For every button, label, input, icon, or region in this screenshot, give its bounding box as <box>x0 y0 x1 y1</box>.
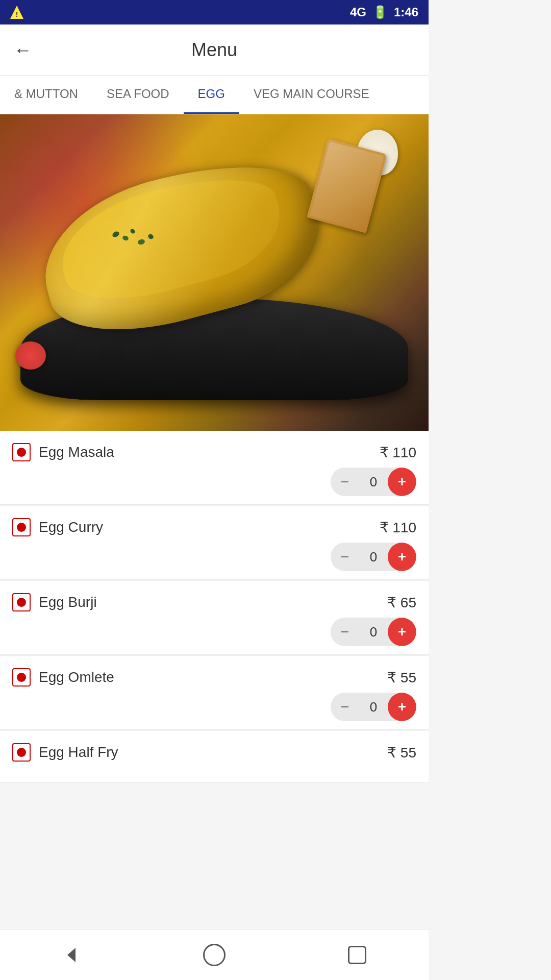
menu-item-left: Egg Burji <box>12 593 97 611</box>
increase-qty-egg-curry[interactable]: + <box>388 543 416 571</box>
tomato-decoration <box>15 341 46 370</box>
bottom-nav <box>0 929 429 980</box>
rupee-symbol: ₹ <box>387 745 396 761</box>
nav-back-icon <box>60 944 83 966</box>
tab-seafood[interactable]: SEA FOOD <box>92 76 184 114</box>
increase-qty-egg-omlete[interactable]: + <box>388 693 416 721</box>
menu-item-footer: − 0 + <box>12 543 416 571</box>
menu-item-footer: − 0 + <box>12 618 416 646</box>
item-name-egg-burji: Egg Burji <box>39 594 97 610</box>
quantity-control-egg-burji: − 0 + <box>331 618 416 646</box>
item-name-egg-curry: Egg Curry <box>39 519 103 535</box>
item-price-egg-half-fry: ₹ 55 <box>387 744 416 761</box>
decrease-qty-egg-burji[interactable]: − <box>331 618 359 646</box>
item-name-egg-masala: Egg Masala <box>39 444 114 460</box>
menu-item-left: Egg Omlete <box>12 668 114 687</box>
nav-home-button[interactable] <box>189 935 240 975</box>
toast-decoration <box>307 138 387 233</box>
svg-marker-0 <box>67 948 76 962</box>
rupee-symbol: ₹ <box>387 670 396 685</box>
item-price-egg-omlete: ₹ 55 <box>387 669 416 686</box>
menu-item-left: Egg Curry <box>12 518 103 536</box>
status-bar: ! 4G 🔋 1:46 <box>0 0 429 24</box>
menu-item-egg-burji: Egg Burji ₹ 65 − 0 + <box>0 581 429 655</box>
veg-indicator <box>12 443 31 461</box>
tabs-container: & MUTTON SEA FOOD EGG VEG MAIN COURSE <box>0 76 429 114</box>
hero-image <box>0 114 429 431</box>
tab-egg[interactable]: EGG <box>184 76 239 114</box>
increase-qty-egg-burji[interactable]: + <box>388 618 416 646</box>
qty-value-egg-curry: 0 <box>359 549 388 565</box>
qty-value-egg-masala: 0 <box>359 474 388 490</box>
quantity-control-egg-omlete: − 0 + <box>331 693 416 721</box>
menu-item-egg-masala: Egg Masala ₹ 110 − 0 + <box>0 431 429 505</box>
header: ← Menu <box>0 24 429 76</box>
decrease-qty-egg-masala[interactable]: − <box>331 468 359 496</box>
rupee-symbol: ₹ <box>380 445 389 460</box>
increase-qty-egg-masala[interactable]: + <box>388 468 416 496</box>
menu-item-footer: − 0 + <box>12 693 416 721</box>
nav-back-button[interactable] <box>46 935 97 975</box>
quantity-control-egg-masala: − 0 + <box>331 468 416 496</box>
veg-dot-icon <box>17 673 26 682</box>
tab-vegmain[interactable]: VEG MAIN COURSE <box>239 76 384 114</box>
veg-indicator <box>12 668 31 687</box>
back-button[interactable]: ← <box>10 37 36 63</box>
page-title: Menu <box>36 39 393 61</box>
item-price-egg-curry: ₹ 110 <box>380 519 417 536</box>
menu-item-egg-curry: Egg Curry ₹ 110 − 0 + <box>0 506 429 580</box>
veg-indicator <box>12 743 31 762</box>
decrease-qty-egg-omlete[interactable]: − <box>331 693 359 721</box>
tab-mutton[interactable]: & MUTTON <box>0 76 92 114</box>
item-name-egg-omlete: Egg Omlete <box>39 669 114 685</box>
veg-dot-icon <box>17 598 26 607</box>
menu-item-left: Egg Half Fry <box>12 743 118 762</box>
item-name-egg-half-fry: Egg Half Fry <box>39 744 118 761</box>
item-price-egg-masala: ₹ 110 <box>380 444 417 461</box>
network-indicator: 4G <box>350 5 366 19</box>
menu-item-footer: − 0 + <box>12 468 416 496</box>
menu-item-header: Egg Half Fry ₹ 55 <box>12 743 416 762</box>
nav-recents-icon <box>348 946 366 964</box>
menu-list: Egg Masala ₹ 110 − 0 + Egg Curry <box>0 431 429 782</box>
veg-dot-icon <box>17 448 26 457</box>
rupee-symbol: ₹ <box>387 595 396 610</box>
qty-value-egg-burji: 0 <box>359 624 388 640</box>
decrease-qty-egg-curry[interactable]: − <box>331 543 359 571</box>
menu-item-egg-half-fry: Egg Half Fry ₹ 55 <box>0 731 429 782</box>
battery-icon: 🔋 <box>372 5 388 19</box>
menu-item-egg-omlete: Egg Omlete ₹ 55 − 0 + <box>0 656 429 730</box>
hero-image-inner <box>0 114 429 431</box>
veg-indicator <box>12 518 31 536</box>
veg-indicator <box>12 593 31 611</box>
status-bar-left: ! <box>10 6 23 19</box>
warning-icon: ! <box>10 6 23 19</box>
item-price-egg-burji: ₹ 65 <box>387 594 416 611</box>
menu-item-left: Egg Masala <box>12 443 114 461</box>
nav-home-icon <box>203 944 226 966</box>
menu-item-header: Egg Burji ₹ 65 <box>12 593 416 611</box>
nav-recents-button[interactable] <box>332 935 383 975</box>
quantity-control-egg-curry: − 0 + <box>331 543 416 571</box>
menu-item-header: Egg Omlete ₹ 55 <box>12 668 416 687</box>
time-display: 1:46 <box>394 5 418 19</box>
menu-item-header: Egg Curry ₹ 110 <box>12 518 416 536</box>
menu-item-header: Egg Masala ₹ 110 <box>12 443 416 461</box>
veg-dot-icon <box>17 748 26 757</box>
veg-dot-icon <box>17 523 26 532</box>
qty-value-egg-omlete: 0 <box>359 699 388 715</box>
rupee-symbol: ₹ <box>380 520 389 535</box>
back-arrow-icon: ← <box>14 39 32 61</box>
status-bar-right: 4G 🔋 1:46 <box>350 5 418 19</box>
